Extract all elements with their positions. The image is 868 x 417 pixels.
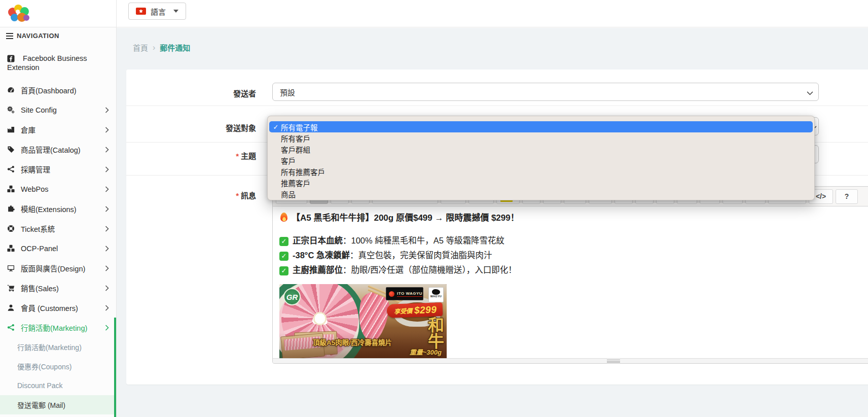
breadcrumb-separator: › <box>153 43 155 52</box>
logo-area <box>0 0 116 27</box>
gears-icon <box>7 106 15 114</box>
message-bullet: ✓主廚推薦部位：肋眼/西冷任選（部位隨機贈送），入口即化！ <box>279 263 868 277</box>
message-label-text: 訊息 <box>241 191 256 200</box>
sidebar-item-ocp-panel[interactable]: OCP-Panel <box>0 238 116 258</box>
sidebar-subitem-coupons[interactable]: 優惠券(Coupons) <box>0 357 116 376</box>
bullet-text: ：肋眼/西冷任選（部位隨機贈送），入口即化！ <box>343 265 517 274</box>
sidebar-item-catalog[interactable]: 商品管理(Catalog) <box>0 140 116 159</box>
chevron-right-icon <box>105 186 109 192</box>
sidebar-subitem-discount-pack[interactable]: Discount Pack <box>0 376 116 395</box>
sidebar-item-label: 倉庫 <box>21 124 35 135</box>
dropdown-option[interactable]: 所有客戶 <box>268 132 814 144</box>
sidebar-item-webpos[interactable]: WebPos <box>0 179 116 199</box>
sidebar-item-sales[interactable]: 銷售(Sales) <box>0 278 116 298</box>
sidebar-item-label: Facebook Business Extension <box>7 54 87 72</box>
sidebar-item-label: 版面與廣告(Design) <box>21 263 85 273</box>
divider <box>126 106 868 106</box>
dropdown-option[interactable]: 推薦客戶 <box>268 177 814 188</box>
sidebar-item-label: 銷售(Sales) <box>21 283 59 293</box>
main-content: 首頁 › 郵件通知 發送者 預設 發送對象 *主題 *訊息 <box>117 28 868 417</box>
brand-text: ITO WAGYU <box>397 291 422 297</box>
cubes-icon <box>7 245 15 252</box>
sidebar-subitem-label: Discount Pack <box>17 381 62 390</box>
cow-icon <box>432 289 440 295</box>
brand-mark-icon <box>389 291 394 297</box>
sidebar-item-purchasing[interactable]: 採購管理 <box>0 159 116 179</box>
headline-text: 【A5 黑毛和牛牛排】200g 原價$499 → 限時震撼價 $299！ <box>292 213 519 223</box>
sidebar-item-facebook-business-extension[interactable]: Facebook Business Extension <box>0 50 116 79</box>
chevron-right-icon <box>105 107 109 113</box>
sidebar-item-warehouse[interactable]: 倉庫 <box>0 120 116 140</box>
subject-label-text: 主題 <box>241 152 256 160</box>
dropdown-option[interactable]: 商品 <box>268 188 814 199</box>
wagyu-promo-image[interactable]: GR ITO WAGYU WAGYU 享受價$299 和牛 頂級A5肉眼/西冷壽… <box>279 284 447 358</box>
chevron-down-icon <box>807 89 813 95</box>
sender-select[interactable]: 預設 <box>272 83 819 101</box>
sidebar-subitem-label: 發送電郵 (Mail) <box>17 400 65 410</box>
sidebar-item-label: 採購管理 <box>21 164 50 175</box>
nav-header-label: NAVIGATION <box>17 32 59 40</box>
dropdown-option-label: 客戶 <box>281 155 296 166</box>
bullet-bold-text: 正宗日本血統 <box>293 236 343 245</box>
dropdown-option-label: 商品 <box>281 189 296 199</box>
certification-text: WAGYU <box>429 295 443 298</box>
desktop-icon <box>7 264 15 272</box>
sidebar-item-extensions[interactable]: 模組(Extensions) <box>0 199 116 219</box>
target-select-popup: ✓ 所有電子報 所有客戶 客戶群組 客戶 所有推薦客戶 推薦客戶 商品 <box>267 116 815 200</box>
sidebar-item-label: 商品管理(Catalog) <box>21 144 81 155</box>
chevron-right-icon <box>105 147 109 153</box>
target-label: 發送對象 <box>126 122 256 133</box>
language-dropdown-button[interactable]: 語言 <box>128 3 186 20</box>
dropdown-option-label: 所有推薦客戶 <box>281 166 325 177</box>
tag-icon <box>7 146 15 153</box>
store-logo[interactable] <box>7 4 30 24</box>
puzzle-icon <box>7 205 15 213</box>
dropdown-option[interactable]: 客戶群組 <box>268 144 814 155</box>
chevron-right-icon <box>105 285 109 291</box>
dropdown-option-selected[interactable]: ✓ 所有電子報 <box>269 121 813 132</box>
factory-icon <box>7 126 15 133</box>
dropdown-option[interactable]: 客戶 <box>268 155 814 166</box>
dropdown-option-label: 推薦客戶 <box>281 178 310 188</box>
share-icon <box>7 165 15 173</box>
sidebar-subitem-label: 行銷活動(Marketing) <box>17 342 82 352</box>
dropdown-option-label: 所有客戶 <box>281 133 310 144</box>
sidebar-item-label: OCP-Panel <box>21 245 58 253</box>
chevron-right-icon <box>105 226 109 232</box>
life-ring-icon <box>7 225 15 232</box>
sidebar-subitem-mail[interactable]: 發送電郵 (Mail) <box>0 395 116 414</box>
check-emoji-icon: ✓ <box>279 237 288 246</box>
price-value: $299 <box>414 304 437 316</box>
hamburger-icon <box>6 33 13 39</box>
dropdown-option-label: 客戶群組 <box>281 144 310 155</box>
sidebar-item-dashboard[interactable]: 首頁(Dashboard) <box>0 80 116 100</box>
fire-emoji-icon <box>280 213 287 222</box>
sidebar-item-marketing[interactable]: 行銷活動(Marketing) <box>0 318 116 337</box>
sidebar-item-label: 首頁(Dashboard) <box>21 85 77 95</box>
breadcrumb-current: 郵件通知 <box>160 42 190 53</box>
chevron-right-icon <box>105 127 109 133</box>
chevron-right-icon <box>105 246 109 252</box>
message-bullet: ✓正宗日本血統：100% 純種黑毛和牛，A5 等級霜降雪花紋 <box>279 233 868 248</box>
editor-content[interactable]: 【A5 黑毛和牛牛排】200g 原價$499 → 限時震撼價 $299！ ✓正宗… <box>273 206 868 358</box>
caret-down-icon <box>173 10 178 13</box>
editor-resize-bar[interactable] <box>273 358 868 363</box>
sidebar-item-design[interactable]: 版面與廣告(Design) <box>0 258 116 278</box>
breadcrumb: 首頁 › 郵件通知 <box>133 42 190 53</box>
chevron-right-icon <box>105 265 109 271</box>
bullet-text: ：100% 純種黑毛和牛，A5 等級霜降雪花紋 <box>343 236 504 245</box>
sidebar-subitem-marketing[interactable]: 行銷活動(Marketing) <box>0 337 116 357</box>
toolbar-help-button[interactable]: ? <box>836 189 858 204</box>
gr-badge: GR <box>283 288 301 305</box>
message-headline: 【A5 黑毛和牛牛排】200g 原價$499 → 限時震撼價 $299！ <box>279 212 868 225</box>
nav-header: NAVIGATION <box>6 32 59 40</box>
sidebar-item-customers[interactable]: 會員 (Customers) <box>0 298 116 318</box>
sidebar-item-label: Site Config <box>21 106 57 114</box>
dashboard-icon <box>7 86 15 94</box>
sidebar-item-site-config[interactable]: Site Config <box>0 100 116 120</box>
bullet-text: ：真空包裝，完美保留肉質油脂與肉汁 <box>350 251 492 260</box>
breadcrumb-home-link[interactable]: 首頁 <box>133 42 148 53</box>
sidebar-item-ticket-system[interactable]: Ticket系統 <box>0 219 116 238</box>
active-section-indicator <box>114 318 116 417</box>
dropdown-option[interactable]: 所有推薦客戶 <box>268 166 814 177</box>
